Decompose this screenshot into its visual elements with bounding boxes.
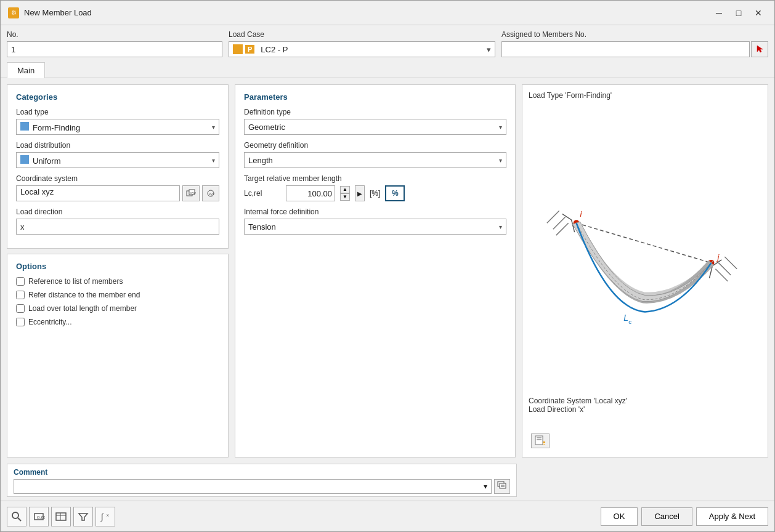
minimize-button[interactable]: ─ <box>710 6 728 20</box>
lc-rel-unit: [%] <box>370 189 380 198</box>
def-type-select[interactable]: Geometric ▾ <box>244 119 506 135</box>
options-section: Options Reference to list of members Ref… <box>7 254 229 457</box>
lc-rel-spinner: ▲ ▼ <box>340 186 350 201</box>
bottom-actions: OK Cancel Apply & Next <box>601 507 768 526</box>
apply-next-button[interactable]: Apply & Next <box>696 507 768 526</box>
load-type-select[interactable]: Form-Finding ▾ <box>16 119 219 135</box>
def-type-label: Definition type <box>244 108 506 116</box>
lc-dropdown-arrow: ▾ <box>487 45 491 54</box>
right-panel: Load Type 'Form-Finding' <box>522 84 768 457</box>
assigned-field-group: Assigned to Members No. <box>501 30 768 57</box>
comment-dropdown[interactable]: ▾ <box>14 479 492 494</box>
comment-right-spacer <box>522 464 768 497</box>
main-window: ⚙ New Member Load ─ □ ✕ No. 1 Load Case … <box>0 0 775 532</box>
assigned-input[interactable] <box>501 41 750 57</box>
target-length-label: Target relative member length <box>244 174 506 183</box>
ok-button[interactable]: OK <box>601 507 638 526</box>
diagram-info: Coordinate System 'Local xyz' Load Direc… <box>529 397 761 414</box>
bottom-bar: 0.00 ∫ x <box>1 501 774 531</box>
tool-btn-3[interactable] <box>51 507 71 526</box>
load-dist-row: Load distribution Uniform ▾ <box>16 141 219 168</box>
tool-btn-4[interactable] <box>73 507 93 526</box>
option-2-checkbox[interactable] <box>16 291 25 299</box>
percent-toggle-button[interactable]: % <box>385 185 405 201</box>
option-1-checkbox[interactable] <box>16 277 25 286</box>
lc-rel-label: Lc,rel <box>244 189 281 198</box>
comment-icon <box>497 481 507 491</box>
svg-point-28 <box>12 512 18 518</box>
load-dir-input[interactable]: x <box>16 219 219 235</box>
load-case-input[interactable]: P LC2 - P ▾ <box>229 41 495 57</box>
load-dist-select[interactable]: Uniform ▾ <box>16 152 219 168</box>
geo-def-arrow: ▾ <box>499 157 502 164</box>
search-icon <box>10 510 23 523</box>
load-case-label: Load Case <box>229 30 495 39</box>
option-3-checkbox[interactable] <box>16 304 25 313</box>
coord-icon-1: xyz <box>186 189 196 198</box>
diagram-title: Load Type 'Form-Finding' <box>529 91 761 100</box>
load-type-row: Load type Form-Finding ▾ <box>16 108 219 135</box>
int-force-row: Internal force definition Tension ▾ <box>244 208 506 235</box>
assigned-action-button[interactable] <box>751 41 768 57</box>
option-1-row: Reference to list of members <box>16 277 219 286</box>
formula-icon: ∫ x <box>99 510 112 523</box>
option-4-checkbox[interactable] <box>16 318 25 326</box>
load-type-color <box>20 122 29 131</box>
diagram-info-line2: Load Direction 'x' <box>529 405 761 414</box>
option-4-row: Eccentricity... <box>16 318 219 326</box>
main-content: Categories Load type Form-Finding ▾ Load… <box>1 78 774 464</box>
svg-rect-21 <box>537 439 542 440</box>
coord-sys-input[interactable]: Local xyz <box>16 185 180 201</box>
options-title: Options <box>16 262 219 271</box>
cancel-button[interactable]: Cancel <box>641 507 692 526</box>
svg-text:▶: ▶ <box>543 441 546 445</box>
svg-rect-20 <box>537 437 542 438</box>
tab-bar: Main <box>1 62 774 78</box>
form-finding-diagram: i j <box>529 103 761 392</box>
coord-btn-1[interactable]: xyz <box>182 185 200 201</box>
lc-value: LC2 - P <box>261 45 288 54</box>
filter-icon <box>77 510 89 523</box>
comment-action-button[interactable] <box>494 479 510 494</box>
spin-up-button[interactable]: ▲ <box>340 186 350 193</box>
tool-btn-5[interactable]: ∫ x <box>95 507 115 526</box>
categories-title: Categories <box>16 92 219 102</box>
option-4-label: Eccentricity... <box>28 318 71 326</box>
int-force-label: Internal force definition <box>244 208 506 216</box>
parameters-section: Parameters Definition type Geometric ▾ G… <box>235 84 516 457</box>
no-input[interactable]: 1 <box>7 41 222 57</box>
diagram-export-button[interactable]: ▶ <box>531 433 550 448</box>
svg-text:∫: ∫ <box>100 512 104 522</box>
option-2-label: Refer distance to the member end <box>28 291 140 299</box>
close-button[interactable]: ✕ <box>750 6 767 20</box>
comment-input-row: ▾ <box>14 479 510 494</box>
tab-main[interactable]: Main <box>7 62 45 78</box>
coord-sys-row: Coordinate system Local xyz xyz <box>16 174 219 201</box>
svg-line-29 <box>18 518 21 521</box>
window-title: New Member Load <box>24 8 705 17</box>
diagram-info-line1: Coordinate System 'Local xyz' <box>529 397 761 405</box>
header-row: No. 1 Load Case P LC2 - P ▾ Assigned to … <box>1 25 774 62</box>
lc-rel-input[interactable]: 100.00 <box>286 185 335 201</box>
load-dir-label: Load direction <box>16 208 219 216</box>
maximize-button[interactable]: □ <box>730 6 747 20</box>
geo-def-select[interactable]: Length ▾ <box>244 152 506 168</box>
coord-btn-2[interactable]: xyz <box>202 185 219 201</box>
svg-text:L: L <box>623 313 628 323</box>
lc-rel-nav-button[interactable]: ▶ <box>355 185 365 201</box>
load-dist-arrow: ▾ <box>212 157 215 164</box>
table-icon <box>55 510 67 523</box>
svg-text:0.00: 0.00 <box>37 515 45 520</box>
int-force-select[interactable]: Tension ▾ <box>244 219 506 235</box>
spin-down-button[interactable]: ▼ <box>340 193 350 201</box>
svg-marker-35 <box>79 514 87 520</box>
def-type-row: Definition type Geometric ▾ <box>244 108 506 135</box>
tool-btn-1[interactable] <box>7 507 26 526</box>
tool-btn-2[interactable]: 0.00 <box>29 507 49 526</box>
assigned-label: Assigned to Members No. <box>501 30 768 39</box>
option-3-label: Load over total length of member <box>28 304 137 313</box>
comment-row: Comment ▾ <box>1 464 774 501</box>
lc-color-box <box>233 44 243 54</box>
comment-section: Comment ▾ <box>7 464 517 497</box>
target-input-row: Lc,rel 100.00 ▲ ▼ ▶ [%] % <box>244 185 506 201</box>
